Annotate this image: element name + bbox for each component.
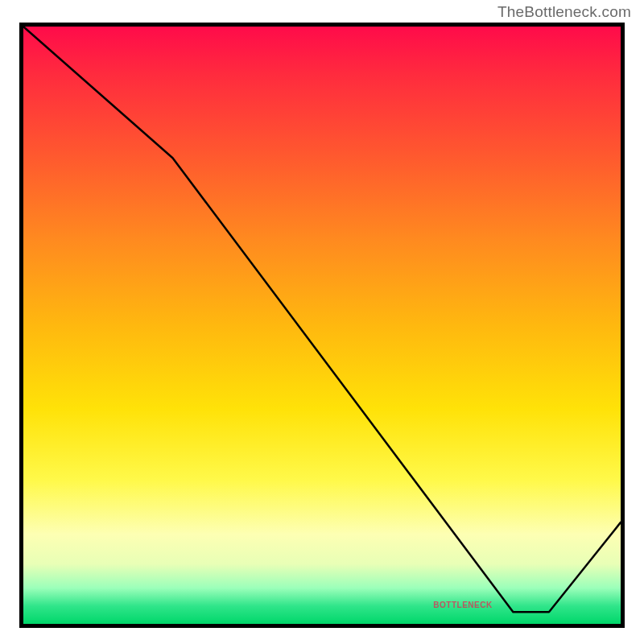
chart-wrapper: TheBottleneck.com BOTTLENECK xyxy=(0,0,644,644)
plot-area: BOTTLENECK xyxy=(19,23,625,628)
attribution-label: TheBottleneck.com xyxy=(497,3,631,21)
line-series xyxy=(23,27,621,624)
curve-path xyxy=(23,27,621,612)
